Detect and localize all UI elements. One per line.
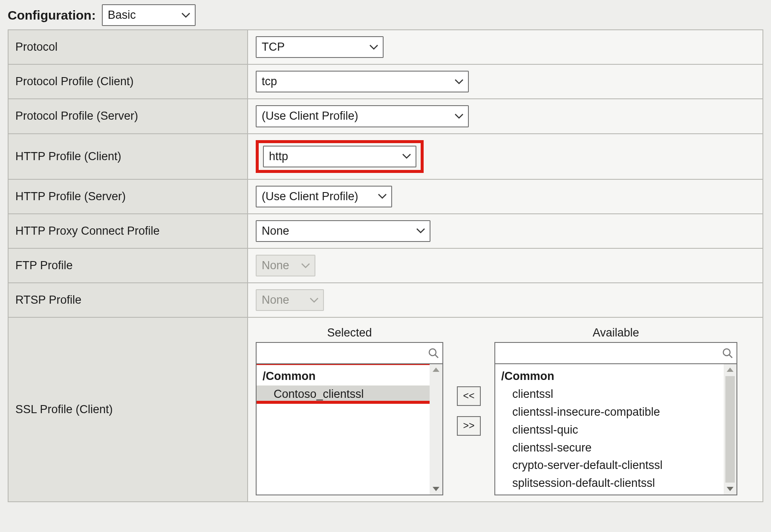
available-group-common: /Common: [495, 368, 724, 385]
available-column: Available /Common clientssl clientssl-in…: [494, 326, 737, 495]
http-profile-server-select[interactable]: (Use Client Profile): [256, 186, 392, 207]
ftp-profile-select: None: [256, 255, 315, 276]
row-ssl-profile-client: SSL Profile (Client) Selected /C: [8, 317, 763, 502]
row-http-proxy-connect-profile: HTTP Proxy Connect Profile None: [8, 214, 763, 248]
http-profile-server-select-value: (Use Client Profile): [262, 188, 358, 205]
selected-scrollbar[interactable]: [430, 364, 442, 495]
svg-line-1: [435, 355, 438, 358]
protocol-profile-client-select[interactable]: tcp: [256, 71, 469, 92]
selected-group-common: /Common: [257, 368, 430, 385]
selected-item[interactable]: Contoso_clientssl: [257, 385, 430, 403]
http-proxy-connect-profile-label: HTTP Proxy Connect Profile: [8, 214, 248, 248]
protocol-profile-server-select-value: (Use Client Profile): [262, 108, 358, 124]
protocol-select-value: TCP: [262, 39, 285, 55]
row-protocol: Protocol TCP: [8, 30, 763, 64]
chevron-down-icon: [416, 228, 425, 234]
search-icon: [722, 348, 733, 359]
ssl-profile-duallist: Selected /Common Contoso_clientssl: [256, 324, 755, 495]
scroll-down-icon: [433, 487, 439, 491]
http-profile-client-highlight: http: [256, 140, 424, 173]
http-profile-client-label: HTTP Profile (Client): [8, 134, 248, 179]
row-protocol-profile-server: Protocol Profile (Server) (Use Client Pr…: [8, 99, 763, 133]
svg-point-2: [723, 349, 730, 356]
http-profile-server-label: HTTP Profile (Server): [8, 179, 248, 214]
http-profile-client-select[interactable]: http: [263, 146, 416, 167]
row-http-profile-client: HTTP Profile (Client) http: [8, 134, 763, 179]
row-rtsp-profile: RTSP Profile None: [8, 283, 763, 317]
rtsp-profile-select-value: None: [262, 292, 289, 308]
chevron-down-icon: [301, 263, 310, 269]
move-left-button[interactable]: <<: [457, 386, 481, 406]
selected-listbox[interactable]: /Common Contoso_clientssl: [256, 363, 443, 495]
protocol-label: Protocol: [8, 30, 248, 64]
ftp-profile-label: FTP Profile: [8, 248, 248, 283]
ftp-profile-select-value: None: [262, 257, 289, 274]
scroll-up-icon: [433, 368, 439, 372]
chevron-down-icon: [369, 44, 378, 50]
ssl-profile-client-label: SSL Profile (Client): [8, 317, 248, 502]
protocol-profile-server-select[interactable]: (Use Client Profile): [256, 105, 469, 127]
search-icon: [428, 348, 439, 359]
rtsp-profile-select: None: [256, 289, 324, 311]
chevron-down-icon: [181, 12, 191, 18]
protocol-profile-client-select-value: tcp: [262, 73, 277, 90]
chevron-down-icon: [402, 153, 411, 159]
available-item[interactable]: clientssl-quic: [495, 421, 724, 439]
available-search[interactable]: [494, 342, 737, 363]
scroll-thumb[interactable]: [725, 376, 735, 483]
chevron-down-icon: [454, 113, 464, 119]
svg-line-3: [729, 355, 732, 358]
protocol-select[interactable]: TCP: [256, 36, 384, 58]
available-item[interactable]: clientssl-insecure-compatible: [495, 403, 724, 421]
duallist-buttons: << >>: [457, 326, 481, 495]
selected-column: Selected /Common Contoso_clientssl: [256, 326, 443, 495]
chevron-down-icon: [309, 297, 319, 303]
row-ftp-profile: FTP Profile None: [8, 248, 763, 283]
configuration-table: Protocol TCP Protocol Profile (Client) t…: [8, 29, 763, 502]
configuration-header: Configuration: Basic: [0, 0, 771, 29]
http-profile-client-select-value: http: [269, 148, 288, 165]
move-right-button[interactable]: >>: [457, 416, 481, 436]
available-item[interactable]: clientssl-secure: [495, 439, 724, 457]
rtsp-profile-label: RTSP Profile: [8, 283, 248, 317]
configuration-label: Configuration:: [8, 8, 96, 23]
protocol-profile-client-label: Protocol Profile (Client): [8, 64, 248, 99]
row-http-profile-server: HTTP Profile (Server) (Use Client Profil…: [8, 179, 763, 214]
available-item[interactable]: clientssl: [495, 385, 724, 403]
chevron-down-icon: [378, 193, 387, 199]
selected-search[interactable]: [256, 342, 443, 363]
selected-title: Selected: [256, 326, 443, 342]
available-listbox[interactable]: /Common clientssl clientssl-insecure-com…: [494, 363, 737, 495]
scroll-down-icon: [727, 487, 733, 491]
svg-point-0: [429, 349, 436, 356]
available-scrollbar[interactable]: [724, 364, 736, 495]
configuration-select-value: Basic: [108, 7, 136, 23]
configuration-select[interactable]: Basic: [102, 4, 196, 26]
http-proxy-connect-profile-select-value: None: [262, 223, 289, 239]
available-title: Available: [494, 326, 737, 342]
available-item[interactable]: splitsession-default-clientssl: [495, 474, 724, 492]
protocol-profile-server-label: Protocol Profile (Server): [8, 99, 248, 133]
available-item[interactable]: crypto-server-default-clientssl: [495, 457, 724, 474]
http-proxy-connect-profile-select[interactable]: None: [256, 220, 430, 242]
scroll-thumb: [431, 376, 441, 483]
row-protocol-profile-client: Protocol Profile (Client) tcp: [8, 64, 763, 99]
scroll-up-icon: [727, 368, 733, 372]
chevron-down-icon: [454, 79, 464, 85]
